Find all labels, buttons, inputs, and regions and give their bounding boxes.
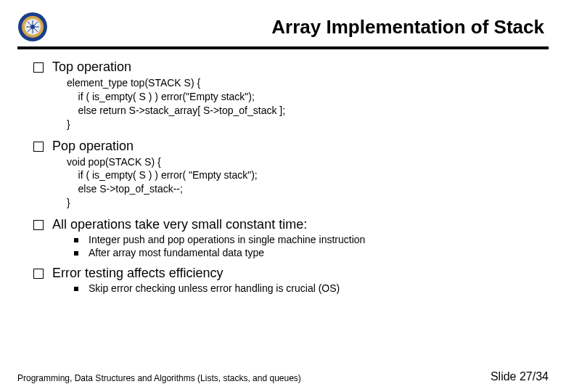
sub-bullet: After array most fundamental data type	[74, 247, 549, 258]
bullet-error-testing: Error testing affects efficiency	[33, 266, 549, 281]
heading-text: Top operation	[52, 60, 131, 75]
heading-text: Error testing affects efficiency	[52, 266, 223, 281]
sub-text: After array most fundamental data type	[89, 247, 264, 258]
logo-seal	[17, 12, 48, 42]
heading-text: All operations take very small constant …	[52, 217, 307, 232]
filled-square-bullet-icon	[74, 238, 78, 242]
slide-number: Slide 27/34	[491, 370, 549, 383]
bullet-pop-operation: Pop operation	[33, 139, 549, 154]
filled-square-bullet-icon	[74, 251, 78, 256]
square-bullet-icon	[33, 142, 44, 152]
heading-text: Pop operation	[52, 139, 134, 154]
sub-bullet: Integer push and pop operations in singl…	[74, 234, 549, 245]
square-bullet-icon	[33, 269, 44, 279]
sub-text: Integer push and pop operations in singl…	[89, 234, 365, 245]
square-bullet-icon	[33, 62, 44, 73]
bullet-top-operation: Top operation	[33, 60, 549, 75]
slide-content: Top operation element_type top(STACK S) …	[17, 60, 549, 294]
code-block: void pop(STACK S) { if ( is_empty( S ) )…	[67, 155, 549, 211]
footer-left: Programming, Data Structures and Algorit…	[17, 373, 301, 383]
sub-text: Skip error checking unless error handlin…	[89, 282, 340, 294]
code-block: element_type top(STACK S) { if ( is_empt…	[67, 76, 549, 131]
svg-point-3	[30, 25, 35, 29]
bullet-all-operations: All operations take very small constant …	[33, 217, 549, 232]
slide-title: Array Implementation of Stack	[58, 16, 549, 38]
square-bullet-icon	[33, 220, 44, 230]
filled-square-bullet-icon	[74, 287, 78, 291]
title-rule	[17, 46, 549, 49]
sub-bullet: Skip error checking unless error handlin…	[74, 282, 549, 294]
